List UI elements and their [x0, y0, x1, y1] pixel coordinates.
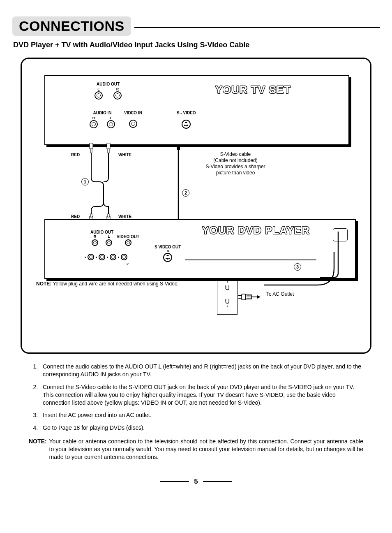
marker-2: 2 [182, 189, 189, 197]
diagram-note-prefix: NOTE: [36, 281, 53, 287]
instruction-3: Insert the AC power cord into an AC outl… [39, 411, 363, 419]
video-in-label: VIDEO IN [124, 111, 142, 115]
svideo-in-jack [182, 120, 191, 129]
svideo-note-l1: S-Video cable [192, 151, 279, 158]
dvd-audio-r-lbl: R [92, 234, 98, 239]
tv-device: YOUR TV SET AUDIO OUT L R AUDIO IN [44, 75, 349, 145]
dvd-title: YOUR DVD PLAYER [202, 224, 310, 237]
footer-dash-left [160, 481, 189, 482]
dvd-jack-row2-2 [99, 254, 105, 260]
white-label-bottom: WHITE [118, 214, 131, 219]
instructions-note-text: Your cable or antenna connection to the … [49, 438, 363, 461]
red-label-bottom: RED [71, 214, 80, 219]
svideo-label: S - VIDEO [177, 111, 196, 115]
dvd-jack-row2-3 [110, 254, 116, 260]
dvd-audio-out-label: AUDIO OUT [90, 230, 113, 234]
dvd-jack-row2-4 [121, 254, 127, 260]
audio-out-l-jack [95, 91, 103, 100]
svg-rect-8 [177, 145, 180, 150]
audio-out-label: AUDIO OUT [95, 82, 122, 86]
svg-rect-13 [242, 294, 246, 300]
svg-rect-5 [90, 214, 92, 217]
dvd-jack-row2-1 [88, 254, 94, 260]
dvd-svideo-out-jack [163, 253, 172, 262]
connection-diagram: YOUR TV SET AUDIO OUT L R AUDIO IN [21, 58, 371, 354]
svg-rect-2 [107, 143, 110, 149]
page-number: 5 [194, 477, 198, 486]
svg-rect-7 [108, 214, 109, 217]
page-footer: 5 [12, 477, 380, 486]
marker-1: 1 [81, 178, 89, 185]
svg-rect-3 [108, 149, 109, 153]
dvd-row2-label: 2 [127, 262, 129, 266]
dvd-audio-r-1 [92, 239, 98, 246]
audio-in-r-lbl: R [90, 116, 98, 120]
footer-dash-right [203, 481, 232, 482]
svideo-note-l3: S-Video provides a sharper [192, 164, 279, 170]
ac-plug-icon [238, 292, 263, 302]
audio-in-l-jack [107, 120, 115, 128]
dvd-audio-l-1 [106, 239, 112, 246]
audio-out-r-jack [113, 91, 122, 100]
audio-out-r-lbl: R [113, 87, 122, 91]
svg-rect-0 [90, 143, 93, 149]
diagram-note-text: Yellow plug and wire are not needed when… [53, 281, 179, 287]
dvd-audio-l-lbl: L [106, 234, 112, 239]
dvd-video-out-label: VIDEO OUT [117, 235, 139, 239]
instructions-block: Connect the audio cables to the AUDIO OU… [29, 363, 363, 461]
audio-in-label: AUDIO IN [90, 111, 115, 115]
instructions-note: NOTE: Your cable or antenna connection t… [29, 438, 363, 461]
dvd-svideo-out-label: S VIDEO OUT [154, 245, 181, 249]
dvd-video-out-1 [125, 239, 131, 246]
title-rule [134, 27, 380, 28]
svideo-note-l2: (Cable not included) [192, 158, 279, 164]
instructions-note-label: NOTE: [29, 438, 47, 461]
red-label-top: RED [71, 153, 80, 157]
svg-rect-1 [90, 149, 92, 153]
white-label-top: WHITE [118, 153, 131, 157]
instruction-2: Connect the S-Video cable to the S-VIDEO… [39, 383, 363, 407]
video-in-jack [129, 120, 137, 128]
audio-in-l-lbl: L [107, 116, 115, 120]
audio-out-l-lbl: L [95, 87, 103, 91]
svideo-cable-note: S-Video cable (Cable not included) S-Vid… [192, 151, 279, 176]
instruction-1: Connect the audio cables to the AUDIO OU… [39, 363, 363, 378]
audio-in-r-jack [90, 120, 98, 128]
svideo-note-l4: picture than video [192, 170, 279, 176]
tv-title: YOUR TV SET [215, 83, 291, 96]
power-wire [260, 252, 342, 301]
instruction-4: Go to Page 18 for playing DVDs (discs). [39, 424, 363, 432]
page-subtitle: DVD Player + TV with Audio/Video Input J… [13, 41, 379, 49]
page-title: CONNECTIONS [12, 16, 131, 36]
diagram-note: NOTE: Yellow plug and wire are not neede… [36, 281, 179, 287]
wall-outlet: ⋃ ⋃ [217, 279, 238, 315]
